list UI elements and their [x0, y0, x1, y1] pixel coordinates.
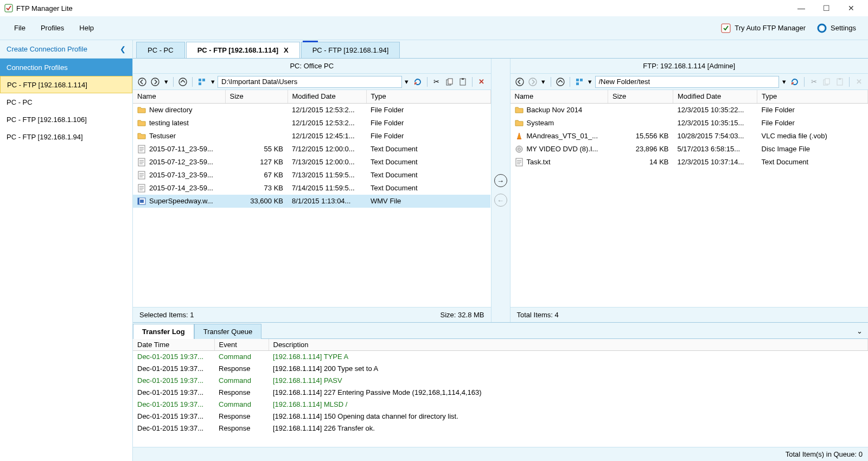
- table-row[interactable]: 2015-07-12_23-59...127 KB7/13/2015 12:00…: [133, 156, 490, 169]
- menu-file[interactable]: File: [7, 21, 33, 35]
- log-column-header[interactable]: Date Time: [133, 339, 214, 351]
- log-cell: Dec-01-2015 19:37...: [133, 387, 214, 399]
- remote-view-mode-dropdown[interactable]: ▾: [586, 76, 594, 88]
- file-type: Text Document: [366, 143, 490, 156]
- history-dropdown[interactable]: ▾: [162, 76, 170, 88]
- path-dropdown[interactable]: ▾: [403, 76, 411, 88]
- column-header[interactable]: Type: [366, 90, 490, 103]
- remote-view-mode-button[interactable]: [573, 76, 585, 88]
- try-auto-ftp-button[interactable]: Try Auto FTP Manager: [715, 21, 811, 36]
- menu-help[interactable]: Help: [72, 21, 101, 35]
- file-name: MY VIDEO DVD (8).I...: [527, 145, 598, 153]
- remote-up-button[interactable]: [554, 76, 566, 88]
- remote-forward-button[interactable]: [527, 76, 539, 88]
- transfer-buttons: → ←: [491, 59, 510, 322]
- file-size: 15,556 KB: [608, 130, 673, 143]
- create-connection-profile[interactable]: Create Connection Profile ❮: [0, 40, 132, 59]
- tab-transfer-queue[interactable]: Transfer Queue: [194, 324, 262, 339]
- table-row[interactable]: MY VIDEO DVD (8).I...23,896 KB5/17/2013 …: [510, 143, 868, 156]
- tab-close-icon[interactable]: X: [284, 46, 289, 54]
- column-header[interactable]: Size: [225, 90, 288, 103]
- log-row[interactable]: Dec-01-2015 19:37...Response[192.168.1.1…: [133, 363, 868, 375]
- view-mode-button[interactable]: [196, 76, 208, 88]
- local-pane-header: PC: Office PC: [133, 59, 491, 74]
- table-row[interactable]: Systeam12/3/2015 10:35:15...File Folder: [510, 117, 868, 130]
- settings-button[interactable]: Settings: [811, 21, 861, 36]
- table-row[interactable]: New directory12/1/2015 12:53:2...File Fo…: [133, 103, 490, 117]
- log-row[interactable]: Dec-01-2015 19:37...Command[192.168.1.11…: [133, 351, 868, 363]
- back-button[interactable]: [136, 76, 148, 88]
- remote-path-input[interactable]: [595, 76, 780, 88]
- file-date: 12/1/2015 12:45:1...: [288, 130, 366, 143]
- collapse-sidebar-icon[interactable]: ❮: [120, 45, 126, 53]
- close-button[interactable]: ✕: [839, 0, 864, 16]
- forward-button[interactable]: [149, 76, 161, 88]
- transfer-left-button[interactable]: ←: [494, 194, 507, 207]
- column-header[interactable]: Modified Date: [288, 90, 366, 103]
- remote-history-dropdown[interactable]: ▾: [540, 76, 547, 88]
- remote-refresh-button[interactable]: [789, 76, 801, 88]
- column-header[interactable]: Name: [510, 90, 608, 103]
- log-column-header[interactable]: Event: [214, 339, 269, 351]
- remote-path-dropdown[interactable]: ▾: [780, 76, 788, 88]
- profile-item[interactable]: PC - PC: [0, 93, 132, 111]
- file-name: 2015-07-13_23-59...: [149, 171, 213, 179]
- log-row[interactable]: Dec-01-2015 19:37...Command[192.168.1.11…: [133, 375, 868, 387]
- delete-button[interactable]: ✕: [476, 76, 488, 88]
- connection-tab[interactable]: PC - PC: [136, 42, 185, 58]
- log-column-header[interactable]: Description: [269, 339, 868, 351]
- table-row[interactable]: Testuser12/1/2015 12:45:1...File Folder: [133, 130, 490, 143]
- up-button[interactable]: [177, 76, 189, 88]
- svg-point-33: [516, 78, 524, 86]
- profile-item[interactable]: PC - FTP [192.168.1.94]: [0, 128, 132, 145]
- collapse-bottom-panel[interactable]: ⌄: [851, 324, 868, 339]
- remote-cut-button[interactable]: ✂: [808, 76, 820, 88]
- menu-profiles[interactable]: Profiles: [33, 21, 72, 35]
- svg-rect-36: [576, 79, 579, 81]
- column-header[interactable]: Name: [133, 90, 225, 103]
- remote-pane: FTP: 192.168.1.114 [Admine] ▾ ▾ ▾ ✂: [510, 59, 869, 322]
- transfer-right-button[interactable]: →: [494, 174, 507, 187]
- remote-paste-button[interactable]: [834, 76, 846, 88]
- connection-tab[interactable]: PC - FTP [192.168.1.114]X: [186, 42, 300, 58]
- table-row[interactable]: 2015-07-14_23-59...73 KB7/14/2015 11:59:…: [133, 182, 490, 195]
- paste-button[interactable]: [457, 76, 469, 88]
- remote-copy-button[interactable]: [821, 76, 833, 88]
- table-row[interactable]: Task.txt14 KB12/3/2015 10:37:14...Text D…: [510, 156, 868, 169]
- tab-transfer-log[interactable]: Transfer Log: [133, 324, 194, 339]
- table-row[interactable]: MAndreas_VTS_01_...15,556 KB10/28/2015 7…: [510, 130, 868, 143]
- profile-item[interactable]: PC - FTP [192.168.1.106]: [0, 111, 132, 128]
- local-file-table[interactable]: NameSizeModified DateType New directory1…: [133, 90, 491, 307]
- file-size: [608, 103, 673, 117]
- profile-item[interactable]: PC - FTP [192.168.1.114]: [0, 76, 132, 93]
- txt-icon: [137, 145, 146, 153]
- table-row[interactable]: 2015-07-11_23-59...55 KB7/12/2015 12:00:…: [133, 143, 490, 156]
- log-row[interactable]: Dec-01-2015 19:37...Response[192.168.1.1…: [133, 387, 868, 399]
- minimize-button[interactable]: —: [789, 0, 814, 16]
- table-row[interactable]: testing latest12/1/2015 12:53:2...File F…: [133, 117, 490, 130]
- remote-file-table[interactable]: NameSizeModified DateType Backup Nov 201…: [510, 90, 869, 307]
- table-row[interactable]: SuperSpeedway.w...33,600 KB8/1/2015 1:13…: [133, 195, 490, 208]
- connection-tab[interactable]: PC - FTP [192.168.1.94]: [301, 42, 400, 58]
- table-row[interactable]: Backup Nov 201412/3/2015 10:35:22...File…: [510, 103, 868, 117]
- maximize-button[interactable]: ☐: [814, 0, 839, 16]
- table-row[interactable]: 2015-07-13_23-59...67 KB7/13/2015 11:59:…: [133, 169, 490, 182]
- folder-icon: [137, 106, 146, 114]
- column-header[interactable]: Type: [757, 90, 868, 103]
- column-header[interactable]: Modified Date: [673, 90, 757, 103]
- file-type: File Folder: [366, 103, 490, 117]
- log-cell: Dec-01-2015 19:37...: [133, 351, 214, 363]
- remote-back-button[interactable]: [514, 76, 526, 88]
- connection-tab-bar: PC - PCPC - FTP [192.168.1.114]XPC - FTP…: [133, 40, 868, 59]
- remote-delete-button[interactable]: ✕: [853, 76, 865, 88]
- column-header[interactable]: Size: [608, 90, 673, 103]
- log-row[interactable]: Dec-01-2015 19:37...Response[192.168.1.1…: [133, 422, 868, 434]
- log-row[interactable]: Dec-01-2015 19:37...Command[192.168.1.11…: [133, 399, 868, 411]
- log-row[interactable]: Dec-01-2015 19:37...Response[192.168.1.1…: [133, 411, 868, 422]
- local-path-input[interactable]: [218, 76, 402, 88]
- copy-button[interactable]: [444, 76, 456, 88]
- transfer-log-table[interactable]: Date TimeEventDescription Dec-01-2015 19…: [133, 339, 868, 447]
- view-mode-dropdown[interactable]: ▾: [209, 76, 216, 88]
- refresh-button[interactable]: [412, 76, 424, 88]
- cut-button[interactable]: ✂: [431, 76, 443, 88]
